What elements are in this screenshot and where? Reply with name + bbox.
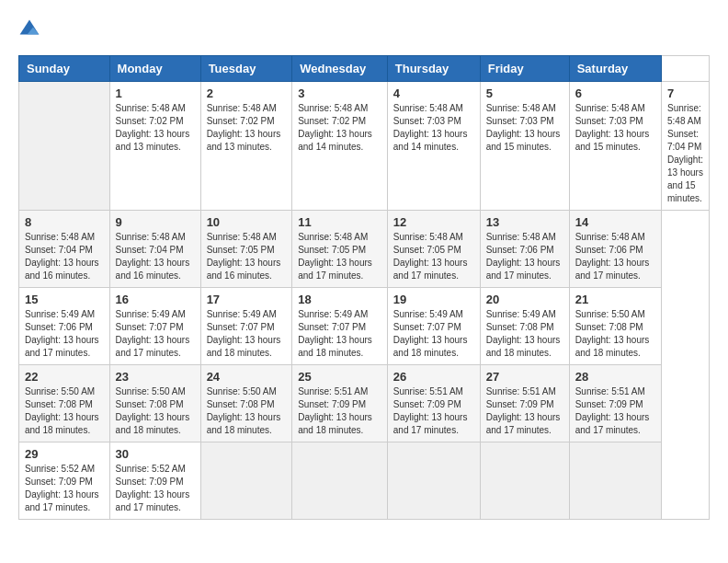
calendar-day: 15 Sunrise: 5:49 AM Sunset: 7:06 PM Dayl… [19, 288, 110, 365]
day-number: 2 [207, 86, 287, 100]
day-number: 26 [393, 370, 474, 384]
calendar-day: 18 Sunrise: 5:49 AM Sunset: 7:07 PM Dayl… [292, 288, 388, 365]
day-number: 3 [298, 86, 381, 100]
calendar-day: 14 Sunrise: 5:48 AM Sunset: 7:06 PM Dayl… [569, 211, 661, 288]
day-number: 25 [298, 370, 381, 384]
day-info: Sunrise: 5:49 AM Sunset: 7:07 PM Dayligh… [393, 308, 474, 360]
calendar-day: 24 Sunrise: 5:50 AM Sunset: 7:08 PM Dayl… [200, 365, 292, 442]
day-info: Sunrise: 5:48 AM Sunset: 7:06 PM Dayligh… [575, 231, 655, 282]
weekday-header: Sunday [19, 56, 110, 82]
day-number: 19 [393, 293, 474, 306]
day-info: Sunrise: 5:49 AM Sunset: 7:07 PM Dayligh… [207, 308, 287, 360]
calendar-day [480, 442, 569, 520]
calendar-day [200, 442, 292, 520]
day-info: Sunrise: 5:48 AM Sunset: 7:03 PM Dayligh… [486, 102, 563, 154]
weekday-header: Saturday [569, 56, 661, 82]
calendar-day: 9 Sunrise: 5:48 AM Sunset: 7:04 PM Dayli… [109, 211, 200, 288]
day-number: 30 [116, 447, 195, 461]
calendar-day: 6 Sunrise: 5:48 AM Sunset: 7:03 PM Dayli… [569, 82, 661, 211]
day-number: 17 [207, 293, 287, 306]
day-info: Sunrise: 5:49 AM Sunset: 7:06 PM Dayligh… [25, 308, 104, 360]
day-info: Sunrise: 5:50 AM Sunset: 7:08 PM Dayligh… [116, 385, 195, 437]
calendar-header: SundayMondayTuesdayWednesdayThursdayFrid… [19, 56, 710, 82]
calendar-day: 16 Sunrise: 5:49 AM Sunset: 7:07 PM Dayl… [109, 288, 200, 365]
day-number: 21 [575, 293, 655, 306]
day-info: Sunrise: 5:50 AM Sunset: 7:08 PM Dayligh… [575, 308, 655, 360]
day-info: Sunrise: 5:48 AM Sunset: 7:02 PM Dayligh… [116, 102, 195, 154]
calendar-table: SundayMondayTuesdayWednesdayThursdayFrid… [18, 55, 710, 520]
day-info: Sunrise: 5:48 AM Sunset: 7:05 PM Dayligh… [298, 231, 381, 282]
weekday-header: Wednesday [292, 56, 388, 82]
day-info: Sunrise: 5:49 AM Sunset: 7:07 PM Dayligh… [298, 308, 381, 360]
calendar-day: 22 Sunrise: 5:50 AM Sunset: 7:08 PM Dayl… [19, 365, 110, 442]
calendar-day: 28 Sunrise: 5:51 AM Sunset: 7:09 PM Dayl… [569, 365, 661, 442]
day-info: Sunrise: 5:48 AM Sunset: 7:02 PM Dayligh… [207, 102, 287, 154]
calendar-day [569, 442, 661, 520]
calendar-day: 5 Sunrise: 5:48 AM Sunset: 7:03 PM Dayli… [480, 82, 569, 211]
day-info: Sunrise: 5:49 AM Sunset: 7:08 PM Dayligh… [486, 308, 563, 360]
day-info: Sunrise: 5:48 AM Sunset: 7:02 PM Dayligh… [298, 102, 381, 154]
calendar-day: 12 Sunrise: 5:48 AM Sunset: 7:05 PM Dayl… [387, 211, 480, 288]
day-number: 23 [116, 370, 195, 384]
calendar-day: 2 Sunrise: 5:48 AM Sunset: 7:02 PM Dayli… [200, 82, 292, 211]
calendar-week: 8 Sunrise: 5:48 AM Sunset: 7:04 PM Dayli… [19, 211, 710, 288]
day-number: 15 [25, 293, 104, 306]
day-number: 22 [25, 370, 104, 384]
calendar-day: 13 Sunrise: 5:48 AM Sunset: 7:06 PM Dayl… [480, 211, 569, 288]
calendar-day: 19 Sunrise: 5:49 AM Sunset: 7:07 PM Dayl… [387, 288, 480, 365]
day-number: 29 [25, 447, 104, 461]
calendar-day: 25 Sunrise: 5:51 AM Sunset: 7:09 PM Dayl… [292, 365, 388, 442]
day-number: 6 [575, 86, 655, 100]
calendar-day: 26 Sunrise: 5:51 AM Sunset: 7:09 PM Dayl… [387, 365, 480, 442]
logo [18, 18, 44, 40]
calendar-day [292, 442, 388, 520]
day-number: 9 [116, 215, 195, 229]
day-number: 11 [298, 215, 381, 229]
day-number: 20 [486, 293, 563, 306]
day-info: Sunrise: 5:49 AM Sunset: 7:07 PM Dayligh… [116, 308, 195, 360]
calendar-day: 30 Sunrise: 5:52 AM Sunset: 7:09 PM Dayl… [109, 442, 200, 520]
day-info: Sunrise: 5:48 AM Sunset: 7:03 PM Dayligh… [393, 102, 474, 154]
day-number: 24 [207, 370, 287, 384]
calendar-day [387, 442, 480, 520]
day-number: 13 [486, 215, 563, 229]
day-number: 4 [393, 86, 474, 100]
calendar-day: 3 Sunrise: 5:48 AM Sunset: 7:02 PM Dayli… [292, 82, 388, 211]
calendar-week: 15 Sunrise: 5:49 AM Sunset: 7:06 PM Dayl… [19, 288, 710, 365]
calendar-day: 10 Sunrise: 5:48 AM Sunset: 7:05 PM Dayl… [200, 211, 292, 288]
calendar-day: 17 Sunrise: 5:49 AM Sunset: 7:07 PM Dayl… [200, 288, 292, 365]
day-number: 18 [298, 293, 381, 306]
day-info: Sunrise: 5:48 AM Sunset: 7:05 PM Dayligh… [393, 231, 474, 282]
day-number: 28 [575, 370, 655, 384]
empty-cell [19, 82, 110, 211]
weekday-header: Thursday [387, 56, 480, 82]
calendar-day: 21 Sunrise: 5:50 AM Sunset: 7:08 PM Dayl… [569, 288, 661, 365]
day-info: Sunrise: 5:48 AM Sunset: 7:04 PM Dayligh… [25, 231, 104, 282]
calendar-day: 4 Sunrise: 5:48 AM Sunset: 7:03 PM Dayli… [387, 82, 480, 211]
day-number: 8 [25, 215, 104, 229]
day-number: 16 [116, 293, 195, 306]
day-number: 1 [116, 86, 195, 100]
calendar-day: 7 Sunrise: 5:48 AM Sunset: 7:04 PM Dayli… [662, 82, 710, 211]
page-header [18, 18, 710, 40]
calendar-day: 20 Sunrise: 5:49 AM Sunset: 7:08 PM Dayl… [480, 288, 569, 365]
day-info: Sunrise: 5:51 AM Sunset: 7:09 PM Dayligh… [393, 385, 474, 437]
day-info: Sunrise: 5:51 AM Sunset: 7:09 PM Dayligh… [298, 385, 381, 437]
day-number: 5 [486, 86, 563, 100]
day-number: 27 [486, 370, 563, 384]
calendar-day: 11 Sunrise: 5:48 AM Sunset: 7:05 PM Dayl… [292, 211, 388, 288]
day-info: Sunrise: 5:50 AM Sunset: 7:08 PM Dayligh… [207, 385, 287, 437]
calendar-week: 22 Sunrise: 5:50 AM Sunset: 7:08 PM Dayl… [19, 365, 710, 442]
day-number: 10 [207, 215, 287, 229]
day-info: Sunrise: 5:52 AM Sunset: 7:09 PM Dayligh… [116, 463, 195, 514]
day-info: Sunrise: 5:48 AM Sunset: 7:05 PM Dayligh… [207, 231, 287, 282]
day-info: Sunrise: 5:50 AM Sunset: 7:08 PM Dayligh… [25, 385, 104, 437]
day-info: Sunrise: 5:48 AM Sunset: 7:04 PM Dayligh… [667, 102, 703, 205]
calendar-week: 1 Sunrise: 5:48 AM Sunset: 7:02 PM Dayli… [19, 82, 710, 211]
calendar-day: 27 Sunrise: 5:51 AM Sunset: 7:09 PM Dayl… [480, 365, 569, 442]
day-info: Sunrise: 5:51 AM Sunset: 7:09 PM Dayligh… [575, 385, 655, 437]
day-number: 12 [393, 215, 474, 229]
day-number: 14 [575, 215, 655, 229]
day-info: Sunrise: 5:48 AM Sunset: 7:03 PM Dayligh… [575, 102, 655, 154]
day-info: Sunrise: 5:52 AM Sunset: 7:09 PM Dayligh… [25, 463, 104, 514]
